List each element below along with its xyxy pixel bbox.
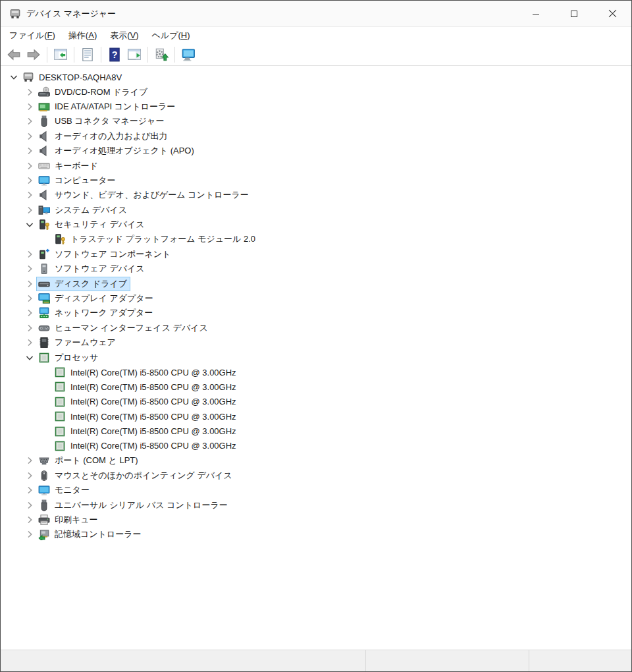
toolbar-button-scan-hardware-changes[interactable] bbox=[152, 45, 171, 64]
expand-chevron-icon[interactable] bbox=[23, 484, 36, 496]
tree-item-ports-com-lpt[interactable]: ポート (COM と LPT) bbox=[1, 453, 631, 468]
tree-item-body[interactable]: ヒューマン インターフェイス デバイス bbox=[36, 321, 211, 335]
tree-item-storage-controllers[interactable]: 記憶域コントローラー bbox=[1, 527, 631, 542]
tree-item-dvd-cd-rom-drives[interactable]: DVD/CD-ROM ドライブ bbox=[1, 84, 631, 99]
expand-chevron-icon[interactable] bbox=[23, 145, 36, 157]
tree-item-body[interactable]: トラステッド プラットフォーム モジュール 2.0 bbox=[52, 232, 259, 246]
tree-item-body[interactable]: ネットワーク アダプター bbox=[36, 306, 156, 320]
tree-item-body[interactable]: ソフトウェア デバイス bbox=[36, 262, 148, 276]
toolbar-button-remote-computer[interactable] bbox=[179, 45, 198, 64]
tree-item-body[interactable]: ユニバーサル シリアル バス コントローラー bbox=[36, 498, 231, 513]
tree-item-processors[interactable]: プロセッサ bbox=[1, 350, 631, 364]
tree-item-audio-processing-objects[interactable]: オーディオ処理オブジェクト (APO) bbox=[1, 144, 631, 158]
tree-item-body[interactable]: Intel(R) Core(TM) i5-8500 CPU @ 3.00GHz bbox=[52, 379, 240, 394]
tree-item-body[interactable]: Intel(R) Core(TM) i5-8500 CPU @ 3.00GHz bbox=[52, 424, 240, 439]
expand-chevron-icon[interactable] bbox=[23, 499, 36, 511]
expand-chevron-icon[interactable] bbox=[23, 263, 36, 275]
expand-chevron-icon[interactable] bbox=[23, 130, 36, 142]
tree-item-body[interactable]: マウスとそのほかのポインティング デバイス bbox=[36, 468, 236, 483]
toolbar-button-show-hide-console-tree[interactable] bbox=[51, 45, 70, 64]
expand-chevron-icon[interactable] bbox=[23, 204, 36, 216]
toolbar-button-back[interactable] bbox=[5, 45, 23, 64]
tree-item-network-adapters[interactable]: ネットワーク アダプター bbox=[1, 306, 631, 320]
tree-item-body[interactable]: オーディオの入力および出力 bbox=[36, 129, 171, 144]
tree-item-print-queues[interactable]: 印刷キュー bbox=[1, 513, 631, 527]
tree-item-body[interactable]: サウンド、ビデオ、およびゲーム コントローラー bbox=[36, 188, 252, 202]
expand-chevron-icon[interactable] bbox=[23, 455, 36, 466]
tree-item-body[interactable]: システム デバイス bbox=[36, 203, 130, 217]
menu-view[interactable]: 表示(V) bbox=[103, 28, 145, 43]
tree-item-body[interactable]: ソフトウェア コンポーネント bbox=[36, 247, 174, 262]
tree-item-body[interactable]: キーボード bbox=[36, 159, 101, 173]
close-button[interactable] bbox=[593, 1, 631, 26]
tree-item-sound-video-game[interactable]: サウンド、ビデオ、およびゲーム コントローラー bbox=[1, 188, 631, 202]
expand-chevron-icon[interactable] bbox=[23, 101, 36, 113]
tree-item-body[interactable]: ディスク ドライブ bbox=[36, 277, 130, 291]
tree-item-body[interactable]: ポート (COM と LPT) bbox=[36, 453, 142, 468]
tree-item-tpm-20[interactable]: トラステッド プラットフォーム モジュール 2.0 bbox=[1, 232, 631, 246]
menu-action[interactable]: 操作(A) bbox=[62, 28, 103, 43]
tree-item-body[interactable]: オーディオ処理オブジェクト (APO) bbox=[36, 144, 198, 158]
collapse-chevron-icon[interactable] bbox=[23, 352, 36, 364]
toolbar-button-properties[interactable] bbox=[78, 45, 97, 64]
expand-chevron-icon[interactable] bbox=[23, 278, 36, 290]
expand-chevron-icon[interactable] bbox=[23, 470, 36, 482]
tree-item-usb-connector-managers[interactable]: USB コネクタ マネージャー bbox=[1, 114, 631, 128]
tree-item-intel-cpu-3[interactable]: Intel(R) Core(TM) i5-8500 CPU @ 3.00GHz bbox=[1, 395, 631, 409]
tree-item-mice-pointing-devices[interactable]: マウスとそのほかのポインティング デバイス bbox=[1, 468, 631, 483]
tree-item-display-adapters[interactable]: ディスプレイ アダプター bbox=[1, 291, 631, 306]
tree-item-body[interactable]: IDE ATA/ATAPI コントローラー bbox=[36, 99, 178, 114]
tree-item-firmware[interactable]: ファームウェア bbox=[1, 335, 631, 350]
tree-item-body[interactable]: セキュリティ デバイス bbox=[36, 217, 148, 232]
tree-item-intel-cpu-2[interactable]: Intel(R) Core(TM) i5-8500 CPU @ 3.00GHz bbox=[1, 379, 631, 394]
menu-help[interactable]: ヘルプ(H) bbox=[145, 28, 197, 43]
tree-item-audio-inputs-outputs[interactable]: オーディオの入力および出力 bbox=[1, 129, 631, 144]
expand-chevron-icon[interactable] bbox=[23, 86, 36, 98]
toolbar-button-help[interactable]: ? bbox=[105, 45, 124, 64]
tree-item-body[interactable]: プロセッサ bbox=[36, 350, 102, 365]
tree-item-system-devices[interactable]: システム デバイス bbox=[1, 203, 631, 217]
tree-item-body[interactable]: DESKTOP-5AQHA8V bbox=[20, 70, 125, 84]
expand-chevron-icon[interactable] bbox=[23, 337, 36, 349]
tree-item-body[interactable]: コンピューター bbox=[36, 173, 119, 188]
minimize-button[interactable] bbox=[517, 1, 555, 26]
tree-item-body[interactable]: DVD/CD-ROM ドライブ bbox=[36, 85, 151, 99]
maximize-button[interactable] bbox=[555, 1, 593, 26]
tree-item-monitors[interactable]: モニター bbox=[1, 483, 631, 497]
tree-item-body[interactable]: ディスプレイ アダプター bbox=[36, 291, 157, 306]
menu-file[interactable]: ファイル(F) bbox=[3, 28, 62, 43]
toolbar-button-forward[interactable] bbox=[24, 45, 43, 64]
tree-item-body[interactable]: 印刷キュー bbox=[36, 513, 101, 527]
tree-item-body[interactable]: USB コネクタ マネージャー bbox=[36, 114, 167, 128]
tree-item-body[interactable]: 記憶域コントローラー bbox=[36, 527, 145, 542]
expand-chevron-icon[interactable] bbox=[23, 322, 36, 334]
tree-item-intel-cpu-5[interactable]: Intel(R) Core(TM) i5-8500 CPU @ 3.00GHz bbox=[1, 424, 631, 438]
collapse-chevron-icon[interactable] bbox=[23, 219, 36, 231]
expand-chevron-icon[interactable] bbox=[23, 160, 36, 172]
expand-chevron-icon[interactable] bbox=[23, 528, 36, 540]
tree-item-body[interactable]: モニター bbox=[36, 483, 93, 497]
tree-item-disk-drives[interactable]: ディスク ドライブ bbox=[1, 276, 631, 291]
tree-item-intel-cpu-4[interactable]: Intel(R) Core(TM) i5-8500 CPU @ 3.00GHz bbox=[1, 409, 631, 424]
expand-chevron-icon[interactable] bbox=[23, 514, 36, 526]
expand-chevron-icon[interactable] bbox=[23, 248, 36, 260]
tree-item-usb-controllers[interactable]: ユニバーサル シリアル バス コントローラー bbox=[1, 497, 631, 512]
expand-chevron-icon[interactable] bbox=[23, 307, 36, 319]
tree-item-body[interactable]: Intel(R) Core(TM) i5-8500 CPU @ 3.00GHz bbox=[52, 409, 240, 424]
tree-item-body[interactable]: Intel(R) Core(TM) i5-8500 CPU @ 3.00GHz bbox=[52, 439, 240, 453]
tree-item-body[interactable]: ファームウェア bbox=[36, 335, 119, 350]
tree-item-computers[interactable]: コンピューター bbox=[1, 173, 631, 188]
tree-item-body[interactable]: Intel(R) Core(TM) i5-8500 CPU @ 3.00GHz bbox=[52, 365, 240, 379]
expand-chevron-icon[interactable] bbox=[23, 189, 36, 201]
tree-item-software-components[interactable]: ソフトウェア コンポーネント bbox=[1, 247, 631, 262]
tree-item-desktop-5aqha8v[interactable]: DESKTOP-5AQHA8V bbox=[1, 70, 631, 84]
tree-item-ide-ata-atapi-controllers[interactable]: IDE ATA/ATAPI コントローラー bbox=[1, 99, 631, 114]
tree-item-security-devices[interactable]: セキュリティ デバイス bbox=[1, 217, 631, 232]
tree-item-software-devices[interactable]: ソフトウェア デバイス bbox=[1, 262, 631, 276]
tree-item-intel-cpu-1[interactable]: Intel(R) Core(TM) i5-8500 CPU @ 3.00GHz bbox=[1, 365, 631, 379]
expand-chevron-icon[interactable] bbox=[23, 293, 36, 304]
tree-item-human-interface-devices[interactable]: ヒューマン インターフェイス デバイス bbox=[1, 321, 631, 335]
tree-item-keyboards[interactable]: キーボード bbox=[1, 158, 631, 173]
expand-chevron-icon[interactable] bbox=[23, 175, 36, 186]
expand-chevron-icon[interactable] bbox=[23, 115, 36, 127]
